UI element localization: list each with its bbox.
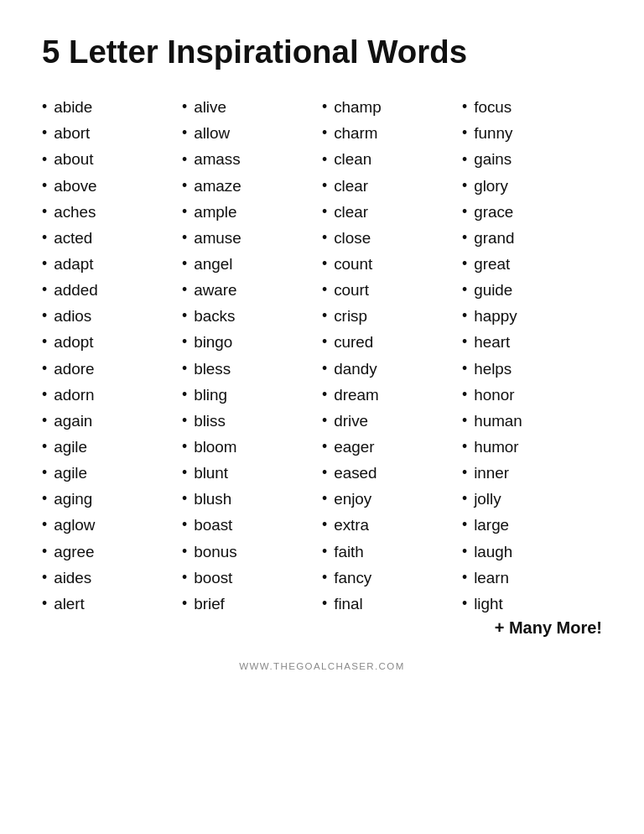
word-column-1: abideabortaboutaboveachesactedadaptadded… (42, 94, 182, 617)
word-item: amuse (182, 225, 322, 251)
word-item: funny (462, 120, 602, 146)
word-item: bliss (182, 408, 322, 434)
word-item: great (462, 251, 602, 277)
word-item: drive (322, 408, 462, 434)
word-item: clean (322, 146, 462, 172)
word-item: above (42, 173, 182, 199)
word-item: ample (182, 199, 322, 225)
word-item: angel (182, 251, 322, 277)
word-item: charm (322, 120, 462, 146)
word-item: gains (462, 146, 602, 172)
word-item: abide (42, 94, 182, 120)
word-item: glory (462, 173, 602, 199)
word-item: inner (462, 460, 602, 486)
word-item: acted (42, 225, 182, 251)
word-item: backs (182, 303, 322, 329)
word-item: allow (182, 120, 322, 146)
word-item: about (42, 146, 182, 172)
word-item: clear (322, 199, 462, 225)
word-item: dream (322, 382, 462, 408)
word-item: eager (322, 434, 462, 460)
page-title: 5 Letter Inspirational Words (42, 34, 602, 70)
word-item: light (462, 591, 602, 617)
word-item: bling (182, 382, 322, 408)
word-item: abort (42, 120, 182, 146)
word-item: aglow (42, 512, 182, 538)
word-item: aches (42, 199, 182, 225)
word-item: close (322, 225, 462, 251)
word-item: boost (182, 565, 322, 591)
word-item: grand (462, 225, 602, 251)
word-item: court (322, 277, 462, 303)
word-item: laugh (462, 539, 602, 565)
word-item: clear (322, 173, 462, 199)
word-item: champ (322, 94, 462, 120)
word-column-3: champcharmcleanclearclearclosecountcourt… (322, 94, 462, 617)
word-item: amaze (182, 173, 322, 199)
word-item: cured (322, 329, 462, 355)
word-item: adorn (42, 382, 182, 408)
word-item: adapt (42, 251, 182, 277)
word-item: final (322, 591, 462, 617)
word-item: extra (322, 512, 462, 538)
word-item: learn (462, 565, 602, 591)
word-item: focus (462, 94, 602, 120)
word-item: boast (182, 512, 322, 538)
word-item: guide (462, 277, 602, 303)
word-item: agile (42, 434, 182, 460)
word-column-4: focusfunnygainsglorygracegrandgreatguide… (462, 94, 602, 617)
word-item: bonus (182, 539, 322, 565)
word-item: humor (462, 434, 602, 460)
word-item: helps (462, 356, 602, 382)
word-item: human (462, 408, 602, 434)
word-item: honor (462, 382, 602, 408)
word-item: brief (182, 591, 322, 617)
word-item: jolly (462, 486, 602, 512)
word-item: blush (182, 486, 322, 512)
word-item: bless (182, 356, 322, 382)
word-item: added (42, 277, 182, 303)
word-item: amass (182, 146, 322, 172)
word-item: adopt (42, 329, 182, 355)
word-item: bingo (182, 329, 322, 355)
word-item: grace (462, 199, 602, 225)
word-item: adore (42, 356, 182, 382)
word-item: faith (322, 539, 462, 565)
word-item: agile (42, 460, 182, 486)
word-item: bloom (182, 434, 322, 460)
word-item: adios (42, 303, 182, 329)
word-item: agree (42, 539, 182, 565)
word-item: aware (182, 277, 322, 303)
word-item: blunt (182, 460, 322, 486)
word-item: dandy (322, 356, 462, 382)
word-item: happy (462, 303, 602, 329)
word-item: again (42, 408, 182, 434)
word-item: aides (42, 565, 182, 591)
word-item: enjoy (322, 486, 462, 512)
word-column-2: aliveallowamassamazeampleamuseangelaware… (182, 94, 322, 617)
word-item: aging (42, 486, 182, 512)
word-item: count (322, 251, 462, 277)
word-item: fancy (322, 565, 462, 591)
word-item: crisp (322, 303, 462, 329)
word-item: heart (462, 329, 602, 355)
footer-text: WWW.THEGOALCHASER.COM (42, 661, 602, 671)
word-item: alive (182, 94, 322, 120)
word-item: large (462, 512, 602, 538)
word-item: alert (42, 591, 182, 617)
more-label: + Many More! (42, 618, 602, 638)
word-grid: abideabortaboutaboveachesactedadaptadded… (42, 94, 602, 617)
word-item: eased (322, 460, 462, 486)
